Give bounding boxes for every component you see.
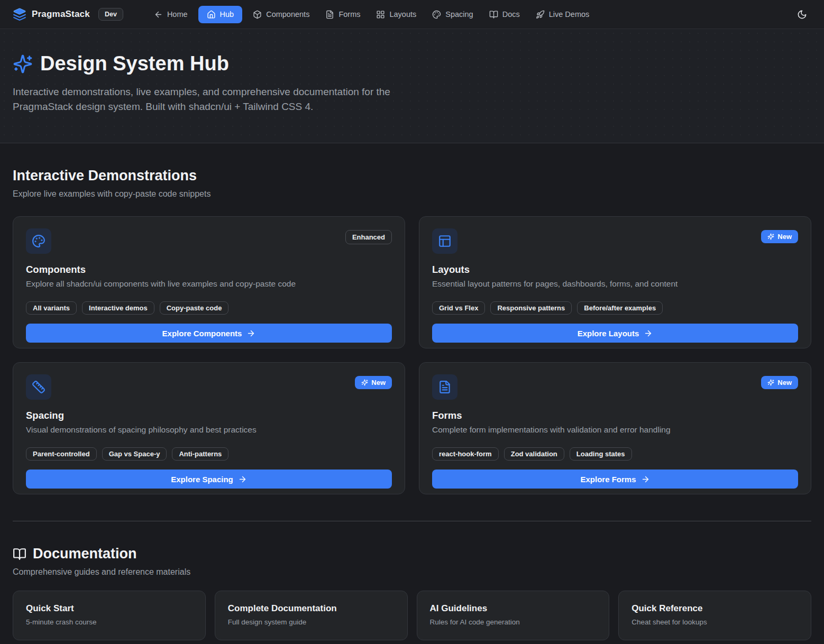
arrow-left-icon [154, 10, 163, 19]
card-description: Visual demonstrations of spacing philoso… [26, 425, 392, 435]
explore-spacing-button[interactable]: Explore Spacing [26, 470, 392, 489]
arrow-right-icon [641, 475, 650, 484]
new-badge: New [761, 376, 798, 389]
demo-card-spacing: New Spacing Visual demonstrations of spa… [13, 362, 405, 494]
nav-label-hub: Hub [220, 10, 234, 19]
theme-toggle-button[interactable] [793, 5, 811, 24]
sparkles-icon [361, 379, 368, 386]
layers-logo-icon [13, 7, 26, 21]
new-badge: New [355, 376, 392, 389]
palette-icon [432, 10, 441, 19]
badge-label: New [777, 233, 792, 241]
ruler-icon [26, 374, 51, 400]
nav-item-spacing[interactable]: Spacing [427, 6, 478, 23]
new-badge: New [761, 230, 798, 243]
docs-card-grid: Quick Start 5-minute crash course Comple… [13, 591, 811, 640]
book-open-icon [489, 10, 498, 19]
card-description: Complete form implementations with valid… [432, 425, 798, 435]
brand[interactable]: PragmaStack Dev [13, 7, 123, 21]
doc-card-description: Rules for AI code generation [430, 618, 597, 626]
sparkles-icon [13, 54, 33, 74]
card-title: Spacing [26, 410, 392, 421]
tag: Interactive demos [82, 301, 154, 315]
status-badge: Enhanced [345, 230, 392, 244]
dev-badge: Dev [98, 8, 123, 21]
cta-label: Explore Layouts [578, 329, 639, 338]
doc-card-quick-start[interactable]: Quick Start 5-minute crash course [13, 591, 206, 640]
arrow-right-icon [644, 329, 653, 338]
demo-card-forms: New Forms Complete form implementations … [419, 362, 811, 494]
top-navbar: PragmaStack Dev Home Hub Components Fo [0, 0, 824, 29]
explore-forms-button[interactable]: Explore Forms [432, 470, 798, 489]
tag: Grid vs Flex [432, 301, 485, 315]
section-divider [13, 521, 811, 521]
docs-subheading: Comprehensive guides and reference mater… [13, 567, 811, 577]
explore-components-button[interactable]: Explore Components [26, 324, 392, 343]
nav-label-forms: Forms [338, 10, 360, 19]
doc-card-ai-guidelines[interactable]: AI Guidelines Rules for AI code generati… [417, 591, 610, 640]
file-text-icon [432, 374, 457, 400]
docs-heading-text: Documentation [33, 546, 137, 562]
arrow-right-icon [238, 475, 247, 484]
nav-item-live-demos[interactable]: Live Demos [530, 6, 595, 23]
arrow-right-icon [246, 329, 255, 338]
brand-name: PragmaStack [32, 9, 90, 20]
nav-label-layouts: Layouts [389, 10, 416, 19]
tag-row: All variants Interactive demos Copy-past… [26, 301, 392, 315]
card-description: Essential layout patterns for pages, das… [432, 279, 798, 289]
rocket-icon [536, 10, 545, 19]
tag: All variants [26, 301, 77, 315]
box-icon [253, 10, 262, 19]
explore-layouts-button[interactable]: Explore Layouts [432, 324, 798, 343]
nav-label-docs: Docs [502, 10, 520, 19]
doc-card-description: Full design system guide [228, 618, 395, 626]
docs-heading: Documentation [13, 546, 811, 562]
house-icon [207, 10, 216, 19]
nav-label-components: Components [266, 10, 309, 19]
doc-card-title: Quick Reference [631, 603, 798, 614]
nav-item-forms[interactable]: Forms [320, 6, 365, 23]
cta-label: Explore Components [162, 329, 242, 338]
tag: Gap vs Space-y [102, 447, 167, 461]
tag: Responsive patterns [490, 301, 572, 315]
doc-card-description: 5-minute crash course [26, 618, 193, 626]
tag: Copy-paste code [160, 301, 229, 315]
cta-label: Explore Forms [580, 475, 636, 484]
badge-label: New [371, 379, 386, 387]
nav-item-layouts[interactable]: Layouts [371, 6, 422, 23]
tag: Anti-patterns [172, 447, 228, 461]
demo-card-components: Enhanced Components Explore all shadcn/u… [13, 216, 405, 348]
doc-card-quick-reference[interactable]: Quick Reference Cheat sheet for lookups [618, 591, 811, 640]
demo-card-layouts: New Layouts Essential layout patterns fo… [419, 216, 811, 348]
doc-card-description: Cheat sheet for lookups [631, 618, 798, 626]
card-title: Layouts [432, 264, 798, 275]
page-title: Design System Hub [13, 52, 811, 75]
tag: Loading states [570, 447, 632, 461]
tag-row: Grid vs Flex Responsive patterns Before/… [432, 301, 798, 315]
nav-links: Home Hub Components Forms Layouts [149, 6, 594, 23]
tag-row: react-hook-form Zod validation Loading s… [432, 447, 798, 461]
book-open-icon [13, 547, 26, 561]
doc-card-title: AI Guidelines [430, 603, 597, 614]
tag: Before/after examples [577, 301, 663, 315]
doc-card-title: Complete Documentation [228, 603, 395, 614]
tag: Parent-controlled [26, 447, 97, 461]
nav-item-hub[interactable]: Hub [198, 6, 243, 23]
moon-icon [797, 10, 807, 20]
doc-card-complete-documentation[interactable]: Complete Documentation Full design syste… [215, 591, 408, 640]
main-content: Interactive Demonstrations Explore live … [0, 168, 824, 640]
hero-section: Design System Hub Interactive demonstrat… [0, 29, 824, 143]
nav-item-components[interactable]: Components [248, 6, 315, 23]
nav-label-live-demos: Live Demos [549, 10, 590, 19]
page-subtitle: Interactive demonstrations, live example… [13, 85, 407, 114]
nav-item-home[interactable]: Home [149, 6, 193, 23]
card-description: Explore all shadcn/ui components with li… [26, 279, 392, 289]
nav-label-spacing: Spacing [445, 10, 473, 19]
doc-card-title: Quick Start [26, 603, 193, 614]
panels-top-left-icon [432, 228, 457, 254]
cta-label: Explore Spacing [171, 475, 233, 484]
card-title: Components [26, 264, 392, 275]
demos-subheading: Explore live examples with copy-paste co… [13, 189, 811, 199]
sparkles-icon [767, 379, 774, 386]
nav-item-docs[interactable]: Docs [484, 6, 525, 23]
